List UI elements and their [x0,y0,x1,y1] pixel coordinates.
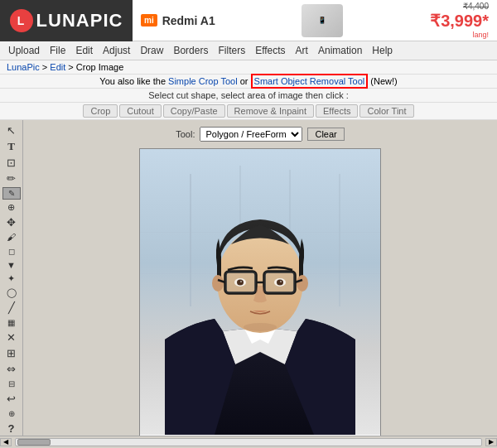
pen-tool[interactable]: ✏ [2,171,21,185]
menu-file[interactable]: File [45,43,70,58]
scroll-left[interactable]: ◀ [0,438,12,446]
help-tool[interactable]: ? [2,422,21,436]
tool-select-row: Tool: Polygon / FreeForm Rectangle Ellip… [176,127,345,142]
rec-new: (New!) [368,76,397,86]
price-note: lang! [430,31,489,39]
svg-point-24 [244,323,277,331]
main-image [140,149,380,435]
hscroll-thumb[interactable] [17,439,51,446]
svg-point-23 [280,281,282,282]
logo-icon: L [10,9,33,32]
move-tool[interactable]: ✥ [2,215,21,229]
svg-rect-1 [190,174,191,306]
ad-price-area: ₹4,400 ₹3,999* lang! [430,2,489,39]
polygon-select[interactable]: Polygon / FreeForm Rectangle Ellipse Las… [200,127,302,142]
hscroll-track[interactable] [15,438,482,446]
breadcrumb-page: Crop Image [76,62,123,72]
svg-point-10 [297,275,308,291]
menu-help[interactable]: Help [367,43,398,58]
tool-label: Tool: [176,129,195,139]
ad-content[interactable]: mi Redmi A1 📱 ₹4,400 ₹3,999* lang! [133,0,497,41]
simple-crop-tool-link[interactable]: Simple Crop Tool [168,76,238,86]
eyedropper-tool[interactable]: ✦ [2,272,21,285]
menu-draw[interactable]: Draw [135,43,168,58]
flip-tool[interactable]: ⇔ [2,362,21,376]
instruction-text: Select cut shape, select area of image t… [148,90,349,100]
transform-tool[interactable]: ⊞ [2,346,21,360]
mi-logo: mi [141,14,157,26]
filter-tool[interactable]: ⊕ [2,407,21,420]
menu-edit[interactable]: Edit [70,43,98,58]
gradient-tool[interactable]: ▦ [2,316,21,329]
breadcrumb-sep1: > [40,62,51,72]
hscroll: ◀ ▶ [0,436,497,447]
breadcrumb-edit[interactable]: Edit [50,62,65,72]
zoom-tool[interactable]: ⊕ [2,201,21,214]
current-price: ₹3,999* [430,11,489,31]
breadcrumb-bar: LunaPic > Edit > Crop Image [0,60,497,75]
logo-text: LUNAPIC [36,10,123,31]
pencil-tool[interactable]: ✎ [2,187,21,200]
svg-point-20 [237,280,244,286]
rec-prefix: You also like the [99,76,168,86]
brush-tool[interactable]: 🖌 [2,231,21,243]
menu-effects[interactable]: Effects [250,43,290,58]
original-price: ₹4,400 [430,2,489,11]
crop-tool[interactable]: ⊡ [2,156,21,170]
main-area: ↖ T ⊡ ✏ ✎ ⊕ ✥ 🖌 ◻ ▼ ✦ ◯ ╱ ▦ ✕ ⊞ ⇔ ⊟ ↩ ⊕ … [0,120,497,436]
subtab-cutout[interactable]: Cutout [119,104,161,118]
menubar: Upload File Edit Adjust Draw Borders Fil… [0,41,497,60]
clear-button[interactable]: Clear [307,128,344,141]
text-tool[interactable]: T [2,139,21,154]
smart-tool-highlight: Smart Object Removal Tool [251,74,369,89]
paint-bucket[interactable]: ▼ [2,259,21,272]
ad-banner: L LUNAPIC mi Redmi A1 📱 ₹4,400 ₹3,999* l… [0,0,497,41]
svg-rect-4 [339,174,340,306]
svg-point-9 [212,275,224,291]
menu-art[interactable]: Art [291,43,313,58]
close-btn[interactable]: ✕ [2,330,21,344]
breadcrumb-sep2: > [65,62,76,72]
menu-adjust[interactable]: Adjust [98,43,135,58]
select-tool[interactable]: ↖ [2,123,21,137]
rec-or: or [238,76,251,86]
svg-point-21 [277,280,283,286]
subtab-remove[interactable]: Remove & Inpaint [227,104,314,118]
subtab-copypaste[interactable]: Copy/Paste [163,104,225,118]
logo: L LUNAPIC [10,9,123,32]
phone-name: Redmi A1 [162,14,215,27]
menu-animation[interactable]: Animation [313,43,367,58]
canvas-area: Tool: Polygon / FreeForm Rectangle Ellip… [23,120,497,436]
subtab-effects[interactable]: Effects [316,104,358,118]
breadcrumb-lunapic[interactable]: LunaPic [7,62,40,72]
subtab-crop[interactable]: Crop [83,104,118,118]
phone-image: 📱 [302,4,343,37]
eraser-tool[interactable]: ◻ [2,245,21,258]
resize-tool[interactable]: ⊟ [2,378,21,390]
left-toolbar: ↖ T ⊡ ✏ ✎ ⊕ ✥ 🖌 ◻ ▼ ✦ ◯ ╱ ▦ ✕ ⊞ ⇔ ⊟ ↩ ⊕ … [0,120,23,436]
subtabs-bar: Crop Cutout Copy/Paste Remove & Inpaint … [0,103,497,120]
subtab-colortint[interactable]: Color Tint [359,104,413,118]
menu-upload[interactable]: Upload [3,43,45,58]
line-tool[interactable]: ╱ [2,301,21,315]
shape-tool[interactable]: ◯ [2,287,21,299]
rec-bar: You also like the Simple Crop Tool or Sm… [0,75,497,89]
undo-tool[interactable]: ↩ [2,392,21,406]
image-container [139,148,381,436]
logo-area: L LUNAPIC [0,0,133,41]
scroll-right[interactable]: ▶ [485,438,497,446]
menu-borders[interactable]: Borders [168,43,213,58]
svg-point-22 [240,281,242,282]
menu-filters[interactable]: Filters [213,43,250,58]
mi-badge: mi Redmi A1 [141,14,215,27]
smart-object-tool-link[interactable]: Smart Object Removal Tool [254,76,365,86]
instruction-bar: Select cut shape, select area of image t… [0,89,497,103]
